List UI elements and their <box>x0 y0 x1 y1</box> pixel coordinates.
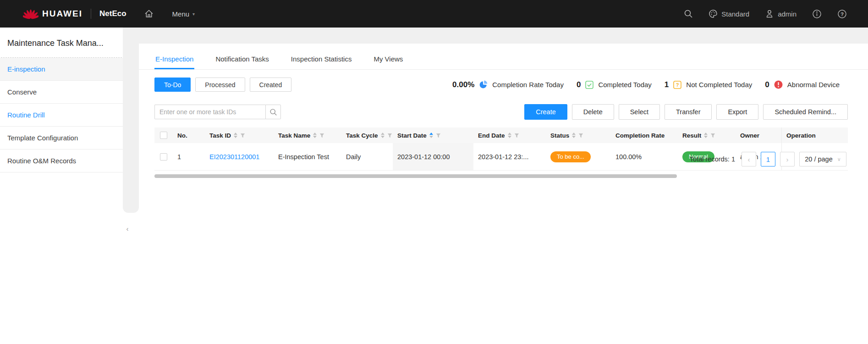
user-menu[interactable]: admin <box>765 9 797 18</box>
prev-page-button[interactable]: ‹ <box>742 152 756 166</box>
filter-label: Processed <box>205 81 235 89</box>
brand-name: HUAWEI <box>42 9 82 19</box>
column-header-result[interactable]: Result <box>678 128 736 143</box>
sidebar-item-template-configuration[interactable]: Template Configuration <box>0 127 123 150</box>
column-label: Task Name <box>278 132 310 139</box>
select-all-cell <box>154 128 173 143</box>
search-button[interactable] <box>265 105 281 119</box>
chevron-down-icon: ▾ <box>192 11 195 17</box>
column-header-status[interactable]: Status <box>546 128 611 143</box>
horizontal-scrollbar-thumb[interactable] <box>154 174 677 178</box>
cell-task-name: E-Inspection Test <box>274 143 341 170</box>
column-label: Owner <box>740 132 759 139</box>
export-button[interactable]: Export <box>716 104 758 120</box>
row-checkbox[interactable] <box>160 153 167 161</box>
tab-bar: E-Inspection Notification Tasks Inspecti… <box>139 44 868 70</box>
filter-label: Created <box>259 81 282 89</box>
theme-switcher[interactable]: Standard <box>709 9 749 18</box>
select-all-checkbox[interactable] <box>160 132 167 139</box>
transfer-button[interactable]: Transfer <box>665 104 712 120</box>
page-background-band <box>139 28 868 44</box>
sort-icons[interactable] <box>508 133 511 138</box>
info-icon[interactable] <box>812 9 822 19</box>
sidebar-item-label: Template Configuration <box>7 134 78 142</box>
question-square-icon: ? <box>673 80 682 89</box>
create-button[interactable]: Create <box>524 104 567 120</box>
user-label: admin <box>778 10 797 18</box>
column-header-start-date[interactable]: Start Date <box>393 128 473 143</box>
filter-icon[interactable] <box>240 133 245 138</box>
filter-icon[interactable] <box>710 133 715 138</box>
filter-icon[interactable] <box>436 133 441 138</box>
content-card: E-Inspection Notification Tasks Inspecti… <box>139 44 868 344</box>
stats-row: 0.00% Completion Rate Today 0 Completed … <box>452 78 840 92</box>
menu-button[interactable]: Menu ▾ <box>172 10 195 18</box>
page-size-select[interactable]: 20 / page ∨ <box>799 152 846 166</box>
filter-todo-button[interactable]: To-Do <box>154 78 191 92</box>
filter-icon[interactable] <box>514 133 519 138</box>
button-label: Scheduled Remind... <box>775 108 836 116</box>
column-label: Result <box>682 132 701 139</box>
sidebar-collapse-button[interactable]: ‹ <box>122 219 133 238</box>
filter-icon[interactable] <box>319 133 324 138</box>
filter-icon[interactable] <box>578 133 583 138</box>
search-input[interactable] <box>154 105 265 119</box>
tab-label: Notification Tasks <box>215 55 269 63</box>
stat-value: 0 <box>765 80 769 89</box>
sidebar-gutter <box>123 28 139 213</box>
column-label: End Date <box>478 132 505 139</box>
cell-completion-rate: 100.00% <box>611 143 678 170</box>
column-header-task-cycle[interactable]: Task Cycle <box>341 128 393 143</box>
stat-not-completed-today: 1 ? Not Completed Today <box>665 80 752 89</box>
select-button[interactable]: Select <box>619 104 660 120</box>
sort-icons[interactable] <box>381 133 385 138</box>
sort-icons[interactable] <box>704 133 708 138</box>
sort-icons-ascending[interactable] <box>429 133 433 138</box>
column-header-task-id[interactable]: Task ID <box>205 128 274 143</box>
product-name: NetEco <box>99 9 126 18</box>
sort-icons[interactable] <box>234 133 237 138</box>
sidebar-item-routine-drill[interactable]: Routine Drill <box>0 104 123 127</box>
next-page-button[interactable]: › <box>780 152 795 166</box>
column-header-end-date[interactable]: End Date <box>473 128 546 143</box>
page-size-value: 20 / page <box>805 155 832 163</box>
help-icon[interactable]: ? <box>837 9 847 19</box>
page-1-button[interactable]: 1 <box>761 152 775 166</box>
user-icon <box>765 9 774 18</box>
column-header-no: No. <box>173 128 205 143</box>
column-header-task-name[interactable]: Task Name <box>274 128 341 143</box>
theme-label: Standard <box>721 10 749 18</box>
row-select-cell <box>154 143 173 170</box>
button-label: Select <box>630 108 648 116</box>
sidebar-item-label: E-inspection <box>7 65 45 73</box>
scheduled-reminder-button[interactable]: Scheduled Remind... <box>763 104 848 120</box>
cell-no: 1 <box>173 143 205 170</box>
cell-start-date: 2023-01-12 00:00 <box>393 143 473 170</box>
tab-notification-tasks[interactable]: Notification Tasks <box>214 55 269 69</box>
sidebar-item-routine-om-records[interactable]: Routine O&M Records <box>0 150 123 172</box>
delete-button[interactable]: Delete <box>572 104 614 120</box>
column-label: Task Cycle <box>346 132 378 139</box>
task-id-search <box>154 105 281 119</box>
tab-inspection-statistics[interactable]: Inspection Statistics <box>290 55 353 69</box>
tab-e-inspection[interactable]: E-Inspection <box>154 55 194 69</box>
check-square-icon <box>585 80 594 89</box>
filter-processed-button[interactable]: Processed <box>195 78 245 92</box>
home-icon[interactable] <box>144 9 154 19</box>
filter-created-button[interactable]: Created <box>250 78 292 92</box>
tab-my-views[interactable]: My Views <box>373 55 404 69</box>
sidebar-item-conserve[interactable]: Conserve <box>0 81 123 104</box>
column-header-owner: Owner <box>736 128 781 143</box>
tab-label: E-Inspection <box>155 55 193 63</box>
stat-label: Not Completed Today <box>686 81 752 89</box>
search-icon[interactable] <box>684 9 693 18</box>
stat-value: 0 <box>577 80 581 89</box>
sort-icons[interactable] <box>313 133 317 138</box>
filter-icon[interactable] <box>387 133 392 138</box>
filter-label: To-Do <box>164 81 181 89</box>
svg-text:?: ? <box>676 82 679 88</box>
stat-label: Completed Today <box>598 81 651 89</box>
task-id-link[interactable]: EI202301120001 <box>209 153 259 161</box>
sidebar-item-e-inspection[interactable]: E-inspection <box>0 58 123 81</box>
sort-icons[interactable] <box>572 133 576 138</box>
